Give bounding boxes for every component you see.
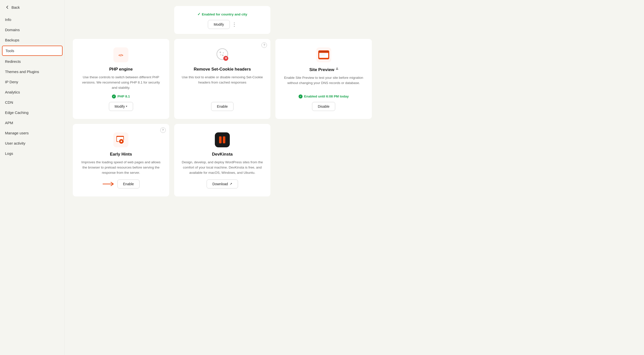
back-arrow-icon xyxy=(5,5,10,10)
sidebar-item-apm[interactable]: APM xyxy=(0,118,64,128)
sidebar-item-cdn[interactable]: CDN xyxy=(0,97,64,108)
code-icon: </> xyxy=(116,50,125,59)
site-preview-status-dot xyxy=(298,94,302,98)
site-preview-status: Enabled until 6:08 PM today xyxy=(298,94,349,98)
devkinsta-desc: Design, develop, and deploy WordPress si… xyxy=(181,160,264,176)
arrow-svg xyxy=(102,182,115,186)
svg-text:</>: </> xyxy=(119,53,123,57)
php-engine-icon-wrap: </> xyxy=(113,47,129,63)
early-hints-action-row: Enable xyxy=(102,180,140,188)
top-partial-row: ✓ Enabled for country and city Modify ⋮ xyxy=(73,6,372,34)
svg-rect-12 xyxy=(320,53,328,54)
external-link-icon: ↗ xyxy=(230,182,232,186)
site-preview-title: Site Preview △ xyxy=(309,67,338,72)
more-options-icon[interactable]: ⋮ xyxy=(232,22,237,27)
php-status-dot xyxy=(112,94,116,98)
devkinsta-bar-2 xyxy=(223,136,225,143)
site-preview-desc: Enable Site Preview to test your site be… xyxy=(282,75,365,90)
cookie-svg-icon: ✕ xyxy=(215,48,229,62)
back-button[interactable]: Back xyxy=(0,0,64,14)
sidebar-item-themes-plugins[interactable]: Themes and Plugins xyxy=(0,66,64,77)
svg-point-5 xyxy=(220,54,221,55)
tools-cards-grid: </> PHP engine Use these controls to swi… xyxy=(73,39,372,196)
devkinsta-card: DevKinsta Design, develop, and deploy Wo… xyxy=(174,124,271,196)
php-modify-button[interactable]: Modify ▾ xyxy=(109,102,133,111)
early-hints-card: ? Early Hints Improves the loading speed… xyxy=(73,124,169,196)
early-hints-title: Early Hints xyxy=(110,152,132,157)
arrow-right-icon xyxy=(102,182,115,186)
sidebar-nav: Info Domains Backups Tools Redirects The… xyxy=(0,14,64,160)
devkinsta-title: DevKinsta xyxy=(212,152,232,157)
devkinsta-download-button[interactable]: Download ↗ xyxy=(206,180,238,188)
sidebar-item-edge-caching[interactable]: Edge Caching xyxy=(0,108,64,118)
modify-row: Modify ⋮ xyxy=(208,20,236,29)
sidebar-item-manage-users[interactable]: Manage users xyxy=(0,128,64,138)
sidebar-item-logs[interactable]: Logs xyxy=(0,148,64,158)
beta-icon: △ xyxy=(336,67,338,70)
early-hints-help-icon[interactable]: ? xyxy=(160,128,166,133)
devkinsta-icon xyxy=(215,132,230,147)
site-preview-icon-wrap xyxy=(316,47,332,63)
devkinsta-bar-1 xyxy=(219,136,222,143)
help-icon[interactable]: ? xyxy=(262,42,267,48)
enabled-status: ✓ Enabled for country and city xyxy=(198,12,247,16)
php-engine-desc: Use these controls to switch between dif… xyxy=(80,75,162,90)
svg-point-4 xyxy=(223,52,224,53)
early-hints-desc: Improves the loading speed of web pages … xyxy=(80,160,162,176)
devkinsta-icon-wrap xyxy=(214,132,230,148)
site-preview-icon xyxy=(316,47,331,62)
sidebar: Back Info Domains Backups Tools Redirect… xyxy=(0,0,65,355)
php-icon: </> xyxy=(114,47,128,62)
early-hints-icon-wrap xyxy=(113,132,129,148)
remove-cookie-enable-button[interactable]: Enable xyxy=(211,102,234,111)
site-preview-card: Site Preview △ Enable Site Preview to te… xyxy=(276,39,372,119)
svg-rect-13 xyxy=(320,54,325,55)
svg-point-19 xyxy=(121,140,122,142)
main-content: ✓ Enabled for country and city Modify ⋮ … xyxy=(65,0,644,355)
early-hints-enable-button[interactable]: Enable xyxy=(118,180,140,188)
sidebar-item-analytics[interactable]: Analytics xyxy=(0,87,64,97)
svg-rect-10 xyxy=(319,51,329,52)
cookie-icon-wrap: ✕ xyxy=(214,47,230,63)
top-modify-button[interactable]: Modify xyxy=(208,20,230,29)
devkinsta-bars xyxy=(219,136,225,143)
back-label: Back xyxy=(12,5,20,10)
sidebar-item-user-activity[interactable]: User activity xyxy=(0,138,64,148)
php-engine-card: </> PHP engine Use these controls to swi… xyxy=(73,39,169,119)
php-engine-status: PHP 8.1 xyxy=(112,94,130,98)
svg-point-6 xyxy=(222,54,224,56)
sidebar-item-domains[interactable]: Domains xyxy=(0,25,64,35)
top-partial-card: ✓ Enabled for country and city Modify ⋮ xyxy=(174,6,271,34)
sidebar-item-info[interactable]: Info xyxy=(0,14,64,25)
remove-cookie-desc: Use this tool to enable or disable remov… xyxy=(181,75,264,98)
sidebar-item-tools[interactable]: Tools xyxy=(2,46,62,56)
sidebar-item-redirects[interactable]: Redirects xyxy=(0,56,64,66)
site-preview-disable-button[interactable]: Disable xyxy=(312,102,335,111)
browser-icon xyxy=(318,50,329,59)
svg-point-3 xyxy=(220,52,221,53)
clock-icon xyxy=(116,134,126,145)
remove-cookie-title: Remove Set-Cookie headers xyxy=(194,67,251,72)
remove-cookie-card: ? ✕ Remove Set-Cookie head xyxy=(174,39,271,119)
svg-rect-14 xyxy=(320,56,326,56)
chevron-down-icon: ▾ xyxy=(126,105,127,108)
php-engine-title: PHP engine xyxy=(109,67,132,72)
sidebar-item-ip-deny[interactable]: IP Deny xyxy=(0,77,64,87)
svg-text:✕: ✕ xyxy=(224,56,227,60)
early-hints-icon xyxy=(114,132,128,147)
cookie-icon: ✕ xyxy=(215,47,230,62)
sidebar-item-backups[interactable]: Backups xyxy=(0,35,64,45)
